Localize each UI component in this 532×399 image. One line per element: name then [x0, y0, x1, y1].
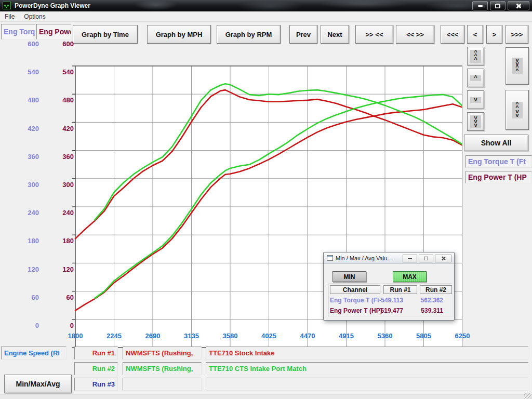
run1-desc-box[interactable]: TTE710 Stock Intake [206, 347, 528, 360]
title-bar[interactable]: PowerDyne Graph Viewer [0, 0, 532, 11]
scroll-up-fast-icon: ^^^ [470, 50, 481, 63]
scroll-up-icon: ^ [470, 75, 481, 81]
power-axis-label: 60 [50, 293, 74, 302]
dialog-maximize-icon [424, 257, 428, 260]
rpm-axis-label: 2245 [99, 331, 130, 341]
rpm-axis-label: 3135 [176, 331, 207, 341]
run1-file-box[interactable]: NWMSFTS (Rushing, [123, 347, 202, 360]
minmax-row-torque-run2: 562.362 [415, 297, 443, 304]
power-axis-label: 300 [50, 180, 74, 190]
column-header-run1[interactable]: Run #1 [383, 285, 417, 294]
torque-axis-label: 240 [16, 208, 39, 218]
zoom-out-vertical-button[interactable]: ^^vv [506, 90, 529, 130]
minmax-row-power-run2: 539.311 [415, 307, 443, 315]
torque-axis-label: 300 [16, 180, 39, 190]
restore-icon [495, 4, 500, 8]
run1-desc: TTE710 Stock Intake [209, 349, 274, 357]
torque-axis-label: 540 [16, 68, 39, 77]
minmax-row-power-run1: 519.477 [377, 307, 403, 315]
dialog-minimize-button[interactable] [403, 255, 417, 262]
torque-axis-label: 480 [16, 96, 39, 105]
power-axis-label: 360 [50, 152, 74, 162]
rpm-axis-label: 4915 [331, 331, 362, 341]
power-legend-label[interactable]: Eng Power T (HP [466, 171, 532, 183]
status-bar [0, 394, 532, 399]
dialog-icon [327, 255, 333, 261]
zoom-in-vertical-button[interactable]: vv^^ [506, 47, 529, 85]
torque-axis-label: 0 [16, 321, 39, 330]
run1-file: NWMSFTS (Rushing, [126, 349, 193, 357]
torque-axis-label: 420 [16, 124, 39, 134]
run2-desc-box[interactable]: TTE710 CTS Intake Port Match [206, 362, 528, 375]
app-icon [3, 2, 11, 9]
menu-options[interactable]: Options [19, 11, 50, 22]
rpm-axis-label: 4025 [254, 331, 285, 341]
torque-legend-text: Eng Torque T (Ft [468, 157, 526, 166]
power-legend-text: Eng Power T (HP [468, 173, 527, 181]
torque-axis-label: 600 [16, 39, 39, 49]
minimize-button[interactable] [472, 1, 488, 10]
minmax-dialog: Min / Max / Avg Valu... MIN MAX Channel … [323, 252, 455, 321]
dialog-close-button[interactable] [435, 255, 451, 262]
torque-axis-label: 360 [16, 152, 39, 162]
rpm-axis-label: 1800 [60, 331, 91, 341]
run2-file-box[interactable]: NWMSFTS (Rushing, [123, 362, 202, 375]
max-toggle-button[interactable]: MAX [393, 271, 427, 282]
run3-file-box[interactable] [123, 378, 202, 391]
dialog-close-icon [441, 256, 446, 261]
column-header-channel[interactable]: Channel [330, 285, 380, 294]
dialog-maximize-button[interactable] [419, 255, 433, 262]
rpm-axis-label: 3580 [215, 331, 246, 341]
close-button[interactable] [508, 1, 529, 10]
rpm-axis-label: 5360 [369, 331, 401, 341]
power-axis-label: 120 [50, 265, 74, 274]
xaxis-title: Engine Speed (RI [4, 349, 60, 357]
rpm-axis-label: 2690 [137, 331, 168, 341]
run2-label: Run #2 [92, 365, 115, 373]
power-axis-label: 600 [50, 39, 74, 49]
window-title: PowerDyne Graph Viewer [15, 2, 90, 9]
dialog-minimize-icon [408, 258, 412, 259]
power-axis-label: 180 [50, 236, 74, 246]
scroll-up-button[interactable]: ^ [467, 69, 484, 87]
torque-axis-label: 60 [16, 293, 39, 302]
xaxis-title-box: Engine Speed (RI [1, 347, 66, 360]
menu-bar: File Options [0, 11, 532, 22]
rpm-axis-label: 6250 [447, 331, 478, 341]
show-all-button[interactable]: Show All [464, 135, 528, 151]
rpm-axis-label: 4470 [292, 331, 323, 341]
min-toggle-button[interactable]: MIN [332, 271, 366, 282]
power-axis-label: 540 [50, 68, 74, 77]
zoom-out-vertical-icon: ^^vv [512, 102, 523, 118]
scroll-up-fast-button[interactable]: ^^^ [467, 47, 484, 65]
power-axis-label: 480 [50, 96, 74, 105]
run3-label: Run #3 [92, 380, 115, 388]
run1-label-box: Run #1 [74, 347, 118, 360]
restore-button[interactable] [490, 1, 506, 10]
zoom-in-vertical-icon: vv^^ [512, 58, 523, 74]
minmax-dialog-title: Min / Max / Avg Valu... [336, 255, 392, 261]
run2-desc: TTE710 CTS Intake Port Match [209, 365, 307, 373]
torque-legend-label[interactable]: Eng Torque T (Ft [466, 155, 532, 168]
run3-desc-box[interactable] [206, 378, 528, 391]
power-axis-label: 240 [50, 208, 74, 218]
scroll-down-fast-icon: vvv [470, 115, 481, 128]
scroll-down-button[interactable]: v [467, 90, 484, 109]
run3-label-box: Run #3 [74, 378, 118, 391]
close-icon [516, 3, 521, 8]
column-header-run2[interactable]: Run #2 [420, 285, 452, 294]
menu-file[interactable]: File [0, 11, 19, 22]
run2-label-box: Run #2 [74, 362, 118, 375]
minmax-avg-button[interactable]: Min/Max/Avg [4, 375, 72, 393]
power-axis-label: 0 [50, 321, 74, 330]
run1-label: Run #1 [92, 349, 115, 357]
minimize-icon [478, 5, 483, 7]
scroll-down-fast-button[interactable]: vvv [467, 112, 484, 131]
torque-axis-label: 120 [16, 265, 39, 274]
torque-axis-label: 180 [16, 236, 39, 246]
rpm-axis-label: 5805 [408, 331, 440, 341]
scroll-down-icon: v [470, 97, 481, 103]
power-axis-label: 420 [50, 124, 74, 134]
minmax-row-torque-run1: 549.113 [377, 297, 403, 304]
resize-grip[interactable] [524, 393, 531, 398]
